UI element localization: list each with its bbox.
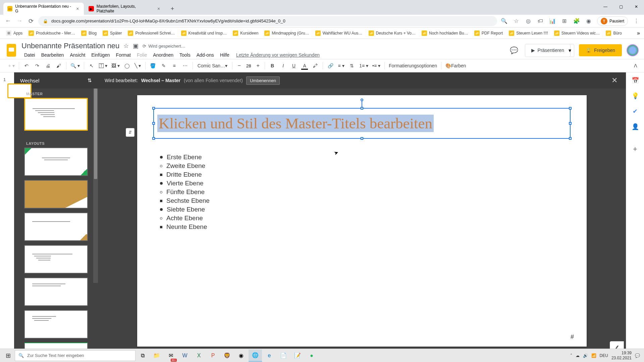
textbox-tool[interactable]: 🅃 ▾ xyxy=(98,61,109,70)
taskbar-app-excel[interactable]: X xyxy=(192,350,206,362)
bookmark-item[interactable]: 📁Noch hochladen Bu… xyxy=(420,29,470,37)
tray-clock[interactable]: 19:39 23.02.2021 xyxy=(611,351,632,360)
paint-format-button[interactable]: 🖌 xyxy=(54,61,63,70)
bookmark-item[interactable]: 📁Büro xyxy=(604,29,624,37)
resize-handle[interactable] xyxy=(569,107,572,110)
master-body-placeholder[interactable]: Erste Ebene Zweite Ebene Dritte Ebene Vi… xyxy=(153,149,571,235)
profile-paused-badge[interactable]: T Pausiert xyxy=(597,16,628,26)
taskbar-app-reader[interactable]: 📄 xyxy=(277,350,290,362)
redo-button[interactable]: ↷ xyxy=(33,61,42,70)
back-button[interactable]: ← xyxy=(4,17,12,25)
bookmark-item[interactable]: 📁Professionell Schrei… xyxy=(126,29,177,37)
font-size-input[interactable]: 28 xyxy=(243,63,254,68)
layout-thumbnail-4[interactable] xyxy=(24,245,88,274)
contacts-icon[interactable]: 👤 xyxy=(631,123,639,131)
star-icon[interactable]: ☆ xyxy=(513,17,520,25)
tab-close-icon[interactable]: × xyxy=(156,6,161,11)
tray-cloud-icon[interactable]: ☁ xyxy=(576,353,580,358)
extensions-puzzle-icon[interactable]: 🧩 xyxy=(573,17,580,25)
menu-anordnen[interactable]: Anordnen xyxy=(150,51,176,59)
menu-tools[interactable]: Tools xyxy=(177,51,193,59)
bookmark-item[interactable]: 📁Steuern Videos wic… xyxy=(552,29,602,37)
undo-button[interactable]: ↶ xyxy=(22,61,31,70)
bookmark-item[interactable]: 📁Mindmapping (Gru… xyxy=(262,29,311,37)
bulleted-list-button[interactable]: •≡ ▾ xyxy=(371,61,382,70)
close-window-button[interactable]: ✕ xyxy=(629,1,644,13)
keep-icon[interactable]: 💡 xyxy=(631,92,639,100)
document-title[interactable]: Unbenannte Präsentation neu xyxy=(21,42,119,50)
tray-volume-icon[interactable]: 🔊 xyxy=(583,353,588,358)
tab-close-icon[interactable]: × xyxy=(75,6,80,11)
select-tool[interactable]: ↖ xyxy=(87,61,96,70)
shape-tool[interactable]: ◯ xyxy=(122,61,132,70)
layout-thumbnail-6[interactable] xyxy=(24,310,88,339)
layout-thumbnail-7[interactable] xyxy=(24,343,88,349)
border-dash-button[interactable]: ⋯ xyxy=(180,61,190,70)
numbered-list-button[interactable]: 1≡ ▾ xyxy=(358,61,370,70)
menu-ansicht[interactable]: Ansicht xyxy=(67,51,88,59)
taskbar-app-mail[interactable]: ✉99+ xyxy=(164,350,177,362)
autofit-icon[interactable]: ⇵ xyxy=(126,128,135,137)
minimize-button[interactable]: — xyxy=(598,1,613,13)
move-folder-icon[interactable]: ▣ xyxy=(133,42,139,50)
font-size-increase[interactable]: + xyxy=(254,62,262,69)
layout-thumbnail-5[interactable] xyxy=(24,278,88,306)
master-thumbnail[interactable] xyxy=(24,98,88,131)
resize-handle[interactable] xyxy=(569,122,572,125)
zoom-button[interactable]: 🔍 ▾ xyxy=(69,61,81,70)
bookmark-item[interactable]: 📁Steuern Lesen !!!! xyxy=(507,29,550,37)
add-addon-button[interactable]: + xyxy=(633,145,637,154)
taskbar-app-notepad[interactable]: 📝 xyxy=(291,350,304,362)
resize-handle[interactable] xyxy=(569,137,572,140)
tasks-icon[interactable]: ✔ xyxy=(631,107,639,115)
menu-datei[interactable]: Datei xyxy=(21,51,38,59)
bookmark-item[interactable]: 📁Blog xyxy=(79,29,99,37)
forward-button[interactable]: → xyxy=(15,17,23,25)
extension-icon-1[interactable]: ◎ xyxy=(525,17,532,25)
start-button[interactable]: ⊞ xyxy=(1,350,15,362)
reload-button[interactable]: ⟳ xyxy=(27,17,35,25)
taskbar-app-powerpoint[interactable]: P xyxy=(206,350,220,362)
layout-thumbnail-2[interactable] xyxy=(24,180,88,208)
bookmark-item[interactable]: 📁Später xyxy=(101,29,124,37)
resize-handle[interactable] xyxy=(361,137,363,140)
user-avatar[interactable] xyxy=(627,44,639,56)
taskbar-app-edge[interactable]: e xyxy=(263,350,276,362)
resize-handle[interactable] xyxy=(361,107,363,110)
resize-handle[interactable] xyxy=(152,137,155,140)
title-text[interactable]: Klicken und Stil des Master-Titels bearb… xyxy=(157,115,434,132)
page-number-placeholder[interactable]: # xyxy=(571,334,574,341)
tray-chevron-icon[interactable]: ˄ xyxy=(570,353,572,358)
share-button[interactable]: 🔒 Freigeben xyxy=(579,44,622,56)
close-master-button[interactable]: ✕ xyxy=(610,76,619,85)
new-tab-button[interactable]: + xyxy=(168,4,177,13)
extension-icon-3[interactable]: 📊 xyxy=(549,17,556,25)
menu-hilfe[interactable]: Hilfe xyxy=(217,51,232,59)
bookmark-item[interactable]: 📁Kursideen xyxy=(231,29,260,37)
insert-link-button[interactable]: 🔗 xyxy=(326,61,335,70)
highlight-color-button[interactable]: 🖍 xyxy=(311,61,320,70)
taskbar-app-chrome[interactable]: 🌐 xyxy=(249,350,262,362)
menu-bearbeiten[interactable]: Bearbeiten xyxy=(39,51,67,59)
last-edit-link[interactable]: Letzte Änderung vor wenigen Sekunden xyxy=(233,51,323,59)
zoom-icon[interactable]: 🔍 xyxy=(500,17,508,25)
align-button[interactable]: ≡ ▾ xyxy=(336,61,346,70)
slides-logo[interactable] xyxy=(5,42,17,58)
chrome-menu-icon[interactable]: ⋮ xyxy=(633,17,640,25)
taskbar-search[interactable]: 🔍 Zur Suche Text hier eingeben xyxy=(15,350,136,361)
comments-icon[interactable]: 💬 xyxy=(508,44,520,56)
image-tool[interactable]: 🖼 ▾ xyxy=(110,61,121,70)
tray-notifications-icon[interactable]: 💬 xyxy=(635,353,640,358)
font-family-select[interactable]: Comic San… ▾ xyxy=(196,61,229,70)
print-button[interactable]: 🖨 xyxy=(43,61,53,70)
hide-menus-button[interactable]: ᐱ xyxy=(634,63,637,68)
tray-language[interactable]: DEU xyxy=(600,353,608,358)
rename-button[interactable]: Umbenennen xyxy=(246,76,280,85)
calendar-icon[interactable]: 📅 xyxy=(631,76,639,84)
extension-icon-2[interactable]: 🏷 xyxy=(537,17,544,25)
browser-tab-inactive[interactable]: ▶ Masterfolien, Layouts, Platzhalte × xyxy=(85,3,165,15)
bookmark-item[interactable]: 📁Produktsuche - Mer… xyxy=(26,29,77,37)
fill-color-button[interactable]: 🪣 xyxy=(148,61,158,70)
bookmarks-overflow[interactable]: » xyxy=(637,30,640,36)
bold-button[interactable]: B xyxy=(268,61,277,70)
